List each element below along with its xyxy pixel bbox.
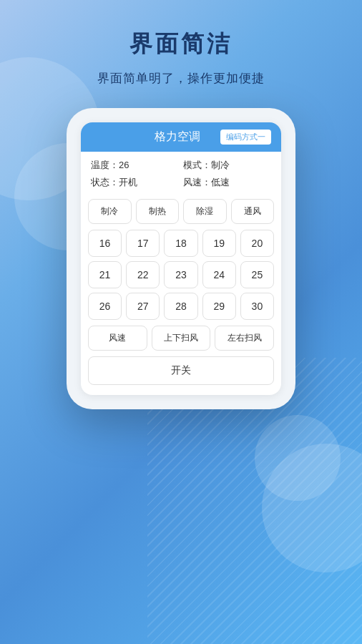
temperature-button[interactable]: 29 xyxy=(202,293,236,320)
temperature-button[interactable]: 19 xyxy=(202,230,236,257)
mode-button[interactable]: 制热 xyxy=(136,199,180,224)
mode-buttons-group: 制冷制热除湿通风 xyxy=(81,193,281,230)
mode-display: 模式：制冷 xyxy=(183,159,271,172)
ac-header: 格力空调 编码方式一 xyxy=(81,122,281,152)
temperature-button[interactable]: 16 xyxy=(88,230,122,257)
temperature-button[interactable]: 24 xyxy=(202,261,236,288)
ac-badge: 编码方式一 xyxy=(220,130,271,145)
fan-button[interactable]: 上下扫风 xyxy=(152,326,211,351)
temperature-grid: 161718192021222324252627282930 xyxy=(81,230,281,326)
power-row: 开关 xyxy=(81,356,281,395)
phone-mockup: 格力空调 编码方式一 温度：26 模式：制冷 状态：开机 风速：低速 制冷制热除… xyxy=(67,108,295,409)
temperature-display: 温度：26 xyxy=(91,159,179,172)
mode-button[interactable]: 除湿 xyxy=(183,199,227,224)
state-display: 状态：开机 xyxy=(91,176,179,189)
temperature-button[interactable]: 18 xyxy=(164,230,197,257)
mode-button[interactable]: 制冷 xyxy=(88,199,132,224)
temperature-button[interactable]: 25 xyxy=(240,261,274,288)
ac-card: 格力空调 编码方式一 温度：26 模式：制冷 状态：开机 风速：低速 制冷制热除… xyxy=(81,122,281,395)
temperature-button[interactable]: 22 xyxy=(126,261,160,288)
mode-button[interactable]: 通风 xyxy=(231,199,275,224)
temperature-button[interactable]: 27 xyxy=(126,293,160,320)
temperature-button[interactable]: 23 xyxy=(164,261,197,288)
fan-buttons-group: 风速上下扫风左右扫风 xyxy=(81,326,281,356)
temperature-button[interactable]: 28 xyxy=(164,293,197,320)
temperature-button[interactable]: 20 xyxy=(240,230,274,257)
fan-speed-display: 风速：低速 xyxy=(183,176,271,189)
power-button[interactable]: 开关 xyxy=(88,356,274,385)
page-title: 界面简洁 xyxy=(129,29,233,60)
ac-status: 温度：26 模式：制冷 状态：开机 风速：低速 xyxy=(81,152,281,193)
fan-button[interactable]: 风速 xyxy=(88,326,147,351)
ac-title: 格力空调 xyxy=(134,130,220,145)
fan-button[interactable]: 左右扫风 xyxy=(215,326,274,351)
temperature-button[interactable]: 17 xyxy=(126,230,160,257)
temperature-button[interactable]: 30 xyxy=(240,293,274,320)
temperature-button[interactable]: 26 xyxy=(88,293,122,320)
temperature-button[interactable]: 21 xyxy=(88,261,122,288)
page-subtitle: 界面简单明了，操作更加便捷 xyxy=(97,70,265,87)
